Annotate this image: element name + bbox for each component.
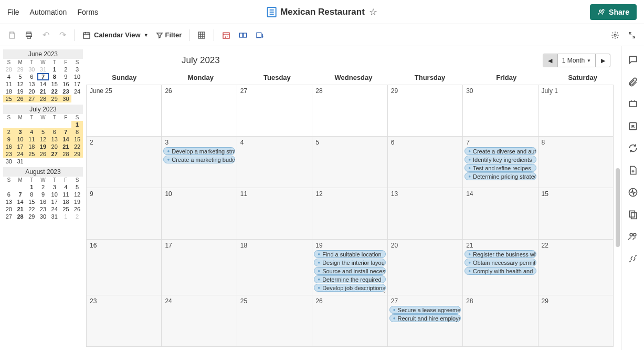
calendar-cell[interactable]: 19Find a suitable locationDesign the int… xyxy=(312,240,387,295)
calendar-cell[interactable]: 26 xyxy=(162,85,237,137)
mini-day[interactable]: 16 xyxy=(3,143,15,150)
mini-day[interactable]: 9 xyxy=(60,73,72,80)
mini-day[interactable]: 24 xyxy=(71,88,83,95)
grid-view-icon[interactable] xyxy=(197,30,206,40)
mini-day[interactable]: 14 xyxy=(60,136,72,143)
mini-day[interactable]: 29 xyxy=(26,213,37,220)
activity-icon[interactable] xyxy=(628,187,638,198)
mini-day[interactable]: 10 xyxy=(49,191,60,198)
calendar-cell[interactable]: 8 xyxy=(539,137,614,188)
calendar-event[interactable]: Develop job descriptions xyxy=(314,284,385,292)
mini-day[interactable]: 30 xyxy=(26,66,37,73)
expand-icon[interactable] xyxy=(627,30,637,40)
range-prev-button[interactable]: ◀ xyxy=(543,54,558,67)
mini-day[interactable]: 1 xyxy=(49,66,60,73)
mini-day[interactable]: 25 xyxy=(3,95,15,102)
mini-day[interactable]: 23 xyxy=(3,150,15,158)
mini-day[interactable]: 19 xyxy=(71,198,83,205)
mini-day[interactable]: 15 xyxy=(71,136,83,143)
mini-day[interactable]: 21 xyxy=(15,205,26,213)
mini-day[interactable]: 5 xyxy=(71,183,83,191)
today-icon[interactable]: 17 xyxy=(221,30,231,40)
mini-day[interactable]: 6 xyxy=(26,73,37,80)
mini-day[interactable]: 27 xyxy=(26,95,37,102)
mini-day[interactable]: 21 xyxy=(60,143,72,150)
mini-day[interactable]: 31 xyxy=(15,158,26,165)
calendar-cell[interactable]: 7Create a diverse and authenticIdentify … xyxy=(463,137,538,188)
mini-day[interactable]: 19 xyxy=(15,88,26,95)
calendar-cell[interactable]: 18 xyxy=(237,240,312,295)
mini-day[interactable]: 28 xyxy=(3,66,15,73)
undo-icon[interactable]: ↶ xyxy=(41,30,50,40)
mini-day[interactable]: 18 xyxy=(26,143,37,150)
mini-day[interactable]: 28 xyxy=(37,95,49,102)
mini-day[interactable]: 19 xyxy=(37,143,49,150)
mini-day[interactable]: 15 xyxy=(49,80,60,88)
mini-day[interactable]: 5 xyxy=(15,73,26,80)
mini-day[interactable]: 22 xyxy=(26,205,37,213)
mini-day[interactable]: 20 xyxy=(49,143,60,150)
mini-day[interactable]: 8 xyxy=(71,128,83,136)
calendar-event[interactable]: Develop a marketing strategy xyxy=(163,147,235,155)
mini-day[interactable]: 6 xyxy=(3,191,15,198)
calendar-cell[interactable]: 30 xyxy=(463,85,538,137)
calendar-event[interactable]: Obtain necessary permits xyxy=(464,259,536,266)
range-next-button[interactable]: ▶ xyxy=(595,54,610,67)
calendar-cell[interactable]: 28 xyxy=(312,85,387,137)
mini-day[interactable]: 2 xyxy=(71,213,83,220)
mini-day[interactable]: 22 xyxy=(71,143,83,150)
mini-day[interactable]: 11 xyxy=(60,191,72,198)
redo-icon[interactable]: ↷ xyxy=(58,30,67,40)
mini-day[interactable]: 25 xyxy=(26,150,37,158)
calendar-cell[interactable]: 22 xyxy=(539,240,614,295)
calendar-cell[interactable]: 24 xyxy=(162,295,237,347)
calendar-event[interactable]: Create a marketing budget xyxy=(163,156,235,163)
sort-calendar-icon[interactable] xyxy=(255,30,265,40)
scrollbar-thumb[interactable] xyxy=(616,168,620,247)
calendar-cell[interactable]: 11 xyxy=(237,188,312,240)
mini-day[interactable]: 9 xyxy=(37,191,49,198)
mini-day[interactable]: 20 xyxy=(26,88,37,95)
save-icon[interactable] xyxy=(7,30,17,40)
mini-day[interactable]: 14 xyxy=(37,80,49,88)
menu-automation[interactable]: Automation xyxy=(30,8,67,16)
mini-day[interactable]: 28 xyxy=(15,213,26,220)
mini-day[interactable]: 16 xyxy=(60,80,72,88)
star-icon[interactable]: ☆ xyxy=(369,6,377,18)
mini-day[interactable]: 17 xyxy=(49,198,60,205)
mini-day[interactable]: 20 xyxy=(3,205,15,213)
share-button[interactable]: Share xyxy=(590,4,637,20)
mini-day[interactable]: 23 xyxy=(37,205,49,213)
mini-day[interactable]: 2 xyxy=(3,128,15,136)
calendar-cell[interactable]: 23 xyxy=(87,295,162,347)
mini-day[interactable]: 4 xyxy=(3,73,15,80)
calendar-event[interactable]: Create a diverse and authentic xyxy=(464,147,536,155)
mini-day[interactable]: 26 xyxy=(37,150,49,158)
proofs-icon[interactable] xyxy=(628,99,638,109)
calendar-event[interactable]: Determine pricing strategy xyxy=(464,172,536,180)
calendar-cell[interactable]: 27Secure a lease agreementRecruit and hi… xyxy=(388,295,463,347)
filter-button[interactable]: Filter xyxy=(156,31,182,39)
mini-day[interactable]: 17 xyxy=(15,143,26,150)
mini-day[interactable]: 24 xyxy=(15,150,26,158)
mini-day[interactable]: 30 xyxy=(37,213,49,220)
mini-day[interactable]: 13 xyxy=(26,80,37,88)
mini-day[interactable]: 10 xyxy=(71,73,83,80)
mini-day[interactable]: 22 xyxy=(49,88,60,95)
calendar-cell[interactable]: 28 xyxy=(463,295,538,347)
mini-day[interactable]: 17 xyxy=(71,80,83,88)
mini-day[interactable]: 26 xyxy=(71,205,83,213)
mini-day[interactable]: 27 xyxy=(3,213,15,220)
calendar-cell[interactable]: 6 xyxy=(388,137,463,188)
more-events-handle[interactable]: ⌄ xyxy=(382,288,386,294)
calendar-cell[interactable]: 4 xyxy=(237,137,312,188)
mini-day[interactable]: 25 xyxy=(60,205,72,213)
calendar-cell[interactable]: July 1 xyxy=(539,85,614,137)
comments-icon[interactable] xyxy=(628,55,638,65)
calendar-event[interactable]: Recruit and hire employees xyxy=(389,314,461,322)
mini-day[interactable]: 12 xyxy=(37,136,49,143)
calendar-event[interactable]: Find a suitable location xyxy=(314,250,385,258)
calendar-cell[interactable]: 2 xyxy=(87,137,162,188)
calendar-event[interactable]: Secure a lease agreement xyxy=(389,306,461,314)
mini-day[interactable]: 1 xyxy=(71,121,83,128)
